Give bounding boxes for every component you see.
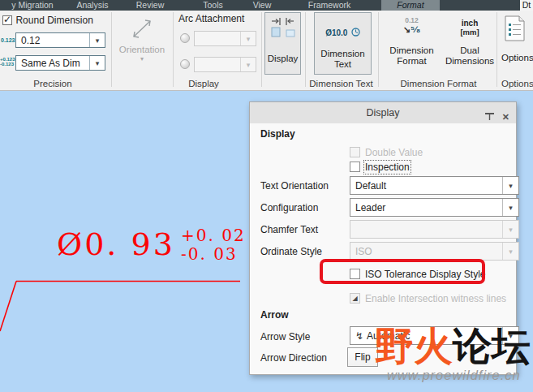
arc-attachment-radio-1 bbox=[180, 33, 190, 43]
display-group-label: Display bbox=[167, 79, 240, 88]
flip-button[interactable]: Flip bbox=[347, 347, 378, 367]
tolerance-precision-value: Same As Dim bbox=[16, 58, 89, 69]
configuration-select[interactable]: Leader ▾ bbox=[350, 198, 519, 217]
display-section-heading: Display bbox=[260, 128, 295, 140]
group-separator bbox=[378, 12, 379, 87]
tab-framework[interactable]: Framework bbox=[304, 0, 355, 11]
checkmark-icon: ✓ bbox=[3, 14, 11, 25]
chevron-down-icon: ▾ bbox=[89, 56, 105, 70]
double-value-label: Double Value bbox=[365, 147, 423, 158]
text-orientation-select[interactable]: Default ▾ bbox=[350, 176, 519, 195]
app-window: y Migration Analysis Review Tools View F… bbox=[0, 0, 533, 392]
chevron-down-icon: ▾ bbox=[240, 58, 256, 71]
display-panel-titlebar[interactable]: Display ✕ bbox=[250, 102, 516, 123]
tab-migration[interactable]: y Migration bbox=[0, 0, 65, 11]
text-orientation-value: Default bbox=[350, 180, 502, 192]
chevron-down-icon: ▾ bbox=[89, 33, 105, 47]
round-dimension-checkbox[interactable]: ✓ Round Dimension bbox=[2, 12, 93, 27]
arrow-se-icon: ↘ bbox=[403, 24, 410, 34]
dual-dimensions-button[interactable]: inch [mm] Dual Dimensions bbox=[444, 12, 496, 75]
dimension-format-icon: 0.12 ↘⁵∕₈ bbox=[380, 16, 443, 35]
precision-group-label: Precision bbox=[16, 79, 89, 88]
iso-tolerance-label: ISO Tolerance Display Style bbox=[365, 269, 486, 280]
tab-analysis[interactable]: Analysis bbox=[71, 0, 114, 11]
text-orientation-label: Text Orientation bbox=[260, 180, 329, 192]
group-separator bbox=[173, 12, 174, 87]
tab-view[interactable]: View bbox=[245, 0, 279, 11]
tolerance-precision-icon: +0.123 -0.123 bbox=[0, 57, 15, 67]
dimension-annotation[interactable]: Ø0. 93 +0. 02 -0. 03 bbox=[57, 228, 246, 264]
ordinate-style-select: ISO ▾ bbox=[350, 242, 519, 261]
configuration-value: Leader bbox=[350, 202, 502, 213]
tab-dt-partial[interactable]: Dt bbox=[520, 0, 533, 11]
group-separator bbox=[305, 12, 306, 87]
chevron-down-icon: ▾ bbox=[240, 32, 256, 45]
automatic-arrow-icon: ↯ bbox=[355, 330, 363, 342]
dimension-text-icon: Ø10.0 bbox=[315, 24, 371, 39]
chevron-down-icon: ▾ bbox=[502, 221, 518, 238]
orientation-label: Orientation bbox=[115, 45, 169, 55]
inspection-checkbox[interactable]: Inspection bbox=[350, 159, 410, 174]
inspection-label: Inspection bbox=[365, 162, 410, 173]
dual-dimensions-button-label: Dual Dimensions bbox=[444, 45, 496, 67]
ribbon-tab-bar: y Migration Analysis Review Tools View F… bbox=[0, 0, 533, 11]
options-button[interactable]: Options bbox=[500, 12, 533, 75]
chevron-down-icon: ▾ bbox=[502, 199, 518, 216]
dimension-format-button[interactable]: 0.12 ↘⁵∕₈ Dimension Format bbox=[380, 12, 443, 75]
configuration-label: Configuration bbox=[260, 202, 318, 213]
tab-tools[interactable]: Tools bbox=[195, 0, 231, 11]
dimension-format-button-label: Dimension Format bbox=[380, 45, 443, 67]
arrow-style-value: ↯Automatic bbox=[350, 330, 502, 342]
iso-tolerance-checkbox[interactable]: ISO Tolerance Display Style bbox=[350, 266, 486, 281]
arrow-direction-label: Arrow Direction bbox=[260, 352, 327, 364]
group-separator bbox=[111, 12, 112, 87]
checkbox-box bbox=[350, 162, 360, 172]
dimension-text-button[interactable]: Ø10.0 Dimension Text bbox=[314, 12, 372, 75]
witness-lines-checkbox: ◢Enable Intersection witness lines bbox=[350, 291, 506, 305]
checkbox-box bbox=[350, 147, 360, 157]
arc-attachment-label: Arc Attachment bbox=[178, 13, 244, 24]
arrow-style-label: Arrow Style bbox=[260, 331, 310, 342]
close-icon[interactable]: ✕ bbox=[502, 106, 509, 127]
tolerance-lower: -0. 03 bbox=[181, 245, 246, 264]
chamfer-text-label: Chamfer Text bbox=[260, 224, 318, 235]
ordinate-style-value: ISO bbox=[350, 246, 502, 257]
options-button-label: Options bbox=[501, 53, 533, 63]
precision-value: 0.12 bbox=[16, 35, 89, 46]
display-toggle-button[interactable]: Display bbox=[264, 12, 301, 75]
tab-format[interactable]: Format bbox=[381, 0, 440, 11]
tolerance-precision-select[interactable]: Same As Dim ▾ bbox=[15, 55, 105, 71]
group-separator bbox=[496, 12, 497, 87]
dual-dimensions-icon: inch [mm] bbox=[444, 19, 496, 37]
double-value-checkbox: Double Value bbox=[350, 144, 423, 159]
options-group-label: Options bbox=[501, 79, 533, 88]
decimal-precision-icon: 0.123 bbox=[1, 37, 15, 43]
indeterminate-checkbox-icon: ◢ bbox=[350, 293, 360, 304]
chevron-down-icon: ▾ bbox=[502, 177, 518, 194]
display-panel: Display ✕ Display Double Value Inspectio… bbox=[249, 101, 517, 375]
witness-line-display-icon bbox=[269, 16, 297, 39]
ribbon-format: ✓ Round Dimension 0.123 0.12 ▾ +0.123 -0… bbox=[0, 11, 533, 91]
precision-value-select[interactable]: 0.12 ▾ bbox=[15, 32, 105, 48]
checkbox-box: ✓ bbox=[2, 15, 12, 25]
dimension-value: 0. 93 bbox=[84, 226, 175, 262]
arrow-style-select[interactable]: ↯Automatic ▾ bbox=[350, 326, 519, 345]
display-button-label: Display bbox=[265, 54, 300, 64]
orientation-diagonal-arrow-icon bbox=[128, 15, 156, 41]
dimension-text-button-label: Dimension Text bbox=[315, 49, 371, 70]
tab-review[interactable]: Review bbox=[130, 0, 170, 11]
arc-attachment-select-1: ▾ bbox=[194, 31, 256, 46]
arc-attachment-radio-2 bbox=[180, 59, 190, 69]
diameter-symbol: Ø bbox=[57, 226, 84, 262]
orientation-button: Orientation ▾ bbox=[115, 12, 169, 75]
chevron-down-icon: ▾ bbox=[115, 55, 169, 62]
panel-title: Display bbox=[367, 107, 400, 118]
arc-attachment-select-2: ▾ bbox=[194, 57, 256, 72]
arrow-section-heading: Arrow bbox=[260, 309, 289, 321]
group-separator bbox=[261, 12, 262, 87]
dimension-format-group-label: Dimension Format bbox=[388, 79, 489, 88]
pin-icon[interactable] bbox=[484, 108, 495, 129]
chamfer-text-select: ▾ bbox=[350, 220, 519, 239]
checkbox-box bbox=[350, 269, 360, 279]
chevron-down-icon: ▾ bbox=[502, 327, 518, 344]
